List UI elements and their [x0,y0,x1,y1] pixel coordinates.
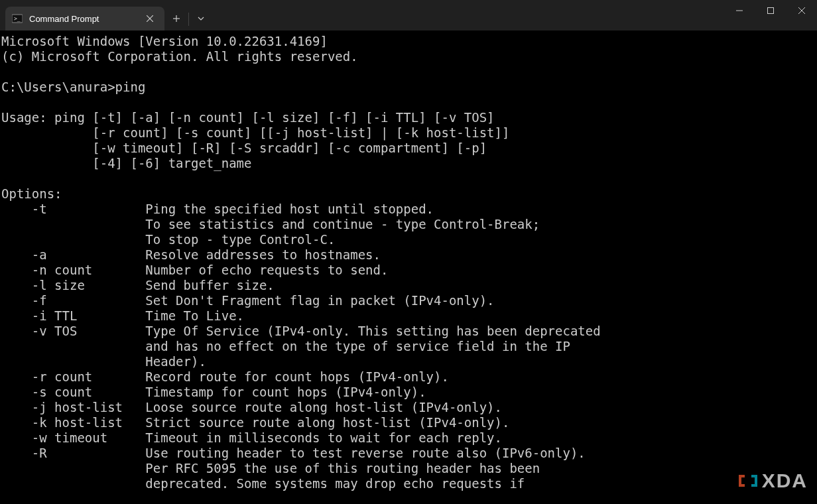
new-tab-button[interactable] [164,7,188,31]
maximize-button[interactable] [755,0,786,21]
terminal-output[interactable]: Microsoft Windows [Version 10.0.22631.41… [0,31,817,493]
tab-strip: >_ Command Prompt [0,0,213,31]
close-window-button[interactable] [786,0,817,21]
tab-command-prompt[interactable]: >_ Command Prompt [5,7,164,31]
window-controls [723,0,817,31]
titlebar-drag-region[interactable] [213,0,723,31]
tab-close-button[interactable] [142,11,158,27]
xda-watermark: XDA [738,470,808,492]
terminal-icon: >_ [12,13,23,24]
tab-title: Command Prompt [29,14,135,24]
tab-dropdown-button[interactable] [189,7,213,31]
xda-logo-icon [738,471,758,491]
svg-rect-7 [767,8,773,14]
svg-text:>_: >_ [14,16,21,22]
watermark-text: XDA [762,470,808,492]
minimize-button[interactable] [723,0,755,21]
titlebar: >_ Command Prompt [0,0,817,31]
